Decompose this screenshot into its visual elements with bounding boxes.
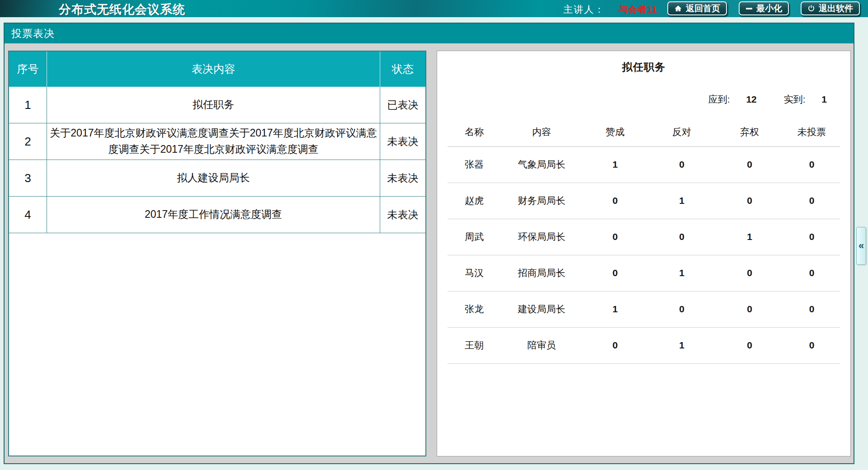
detail-column-header: 内容 xyxy=(501,118,582,146)
section-header: 投票表决 xyxy=(5,24,854,43)
presenter-label: 主讲人： xyxy=(563,3,605,16)
vote-count: 0 xyxy=(582,255,648,291)
vote-count: 0 xyxy=(783,255,840,291)
expected-value: 12 xyxy=(746,94,756,104)
power-icon xyxy=(807,5,815,12)
detail-column-header: 弃权 xyxy=(716,118,783,146)
home-button[interactable]: 返回首页 xyxy=(667,1,727,15)
detail-table-row: 张龙建设局局长1000 xyxy=(448,291,840,327)
vote-count: 0 xyxy=(783,183,840,219)
actual-label: 实到: xyxy=(784,94,806,104)
detail-column-header: 赞成 xyxy=(582,118,648,146)
vote-row-status: 未表决 xyxy=(380,123,425,160)
topbar-buttons: 返回首页 最小化 退出软件 xyxy=(667,1,860,15)
vote-list-panel: 序号 表决内容 状态 1拟任职务已表决2关于2017年度北京财政评议满意度调查关… xyxy=(8,51,426,456)
vote-detail-panel: 拟任职务 应到: 12 实到: 1 名称内容赞成反对弃权未投票 张器气象局局长1… xyxy=(437,51,851,456)
detail-column-header: 未投票 xyxy=(783,118,840,146)
section-title: 投票表决 xyxy=(11,27,55,41)
member-name: 赵虎 xyxy=(448,183,501,219)
minimize-button[interactable]: 最小化 xyxy=(739,1,789,15)
vote-row-number: 1 xyxy=(9,87,47,123)
presenter-name: 与会者11 xyxy=(618,3,657,16)
vote-count: 0 xyxy=(716,255,783,291)
member-position: 建设局局长 xyxy=(501,291,582,327)
detail-table-row: 周武环保局局长0010 xyxy=(448,219,840,255)
vote-count: 0 xyxy=(648,219,716,255)
vote-count: 0 xyxy=(783,291,840,327)
vote-list-row[interactable]: 1拟任职务已表决 xyxy=(9,87,425,123)
member-position: 招商局局长 xyxy=(501,255,582,291)
vote-count: 0 xyxy=(648,146,716,183)
vote-count: 1 xyxy=(648,183,716,219)
detail-table-row: 王朝陪审员0100 xyxy=(448,327,840,363)
member-position: 环保局局长 xyxy=(501,219,582,255)
vote-row-content: 拟人建设局局长 xyxy=(47,160,380,196)
detail-table-body: 张器气象局局长1000赵虎财务局局长0100周武环保局局长0010马汉招商局局长… xyxy=(448,146,840,363)
expected-label: 应到: xyxy=(708,94,730,104)
vote-row-number: 4 xyxy=(9,197,47,233)
vote-row-content: 2017年度工作情况满意度调查 xyxy=(47,197,380,233)
vote-row-content: 关于2017年度北京财政评议满意度调查关于2017年度北京财政评议满意度调查关于… xyxy=(47,123,380,160)
actual-value: 1 xyxy=(821,94,827,104)
vote-row-number: 2 xyxy=(9,123,47,160)
vote-count: 0 xyxy=(783,146,840,183)
exit-button[interactable]: 退出软件 xyxy=(801,1,860,15)
home-icon xyxy=(674,5,682,13)
vote-row-status: 已表决 xyxy=(380,87,425,123)
attendance-summary: 应到: 12 实到: 1 xyxy=(437,93,850,106)
member-name: 王朝 xyxy=(448,327,501,363)
detail-column-header: 名称 xyxy=(448,118,501,146)
member-name: 张器 xyxy=(448,146,501,183)
exit-button-label: 退出软件 xyxy=(819,3,853,14)
collapse-chevron-icon: « xyxy=(859,240,864,252)
column-header-number: 序号 xyxy=(9,52,47,87)
vote-count: 0 xyxy=(582,219,648,255)
vote-row-content: 拟任职务 xyxy=(47,87,380,123)
vote-count: 1 xyxy=(648,327,716,363)
vote-count: 1 xyxy=(582,291,648,327)
vote-row-status: 未表决 xyxy=(380,160,425,196)
vote-count: 1 xyxy=(648,255,716,291)
detail-table-row: 赵虎财务局局长0100 xyxy=(448,183,840,219)
collapse-panel-tab[interactable]: « xyxy=(856,227,866,265)
vote-count: 0 xyxy=(716,327,783,363)
vote-count: 0 xyxy=(648,291,716,327)
detail-title: 拟任职务 xyxy=(437,60,850,74)
vote-count: 0 xyxy=(783,219,840,255)
vote-count: 1 xyxy=(582,146,648,183)
detail-column-header: 反对 xyxy=(648,118,716,146)
member-position: 气象局局长 xyxy=(501,146,582,183)
detail-table-row: 马汉招商局局长0100 xyxy=(448,255,840,291)
column-header-content: 表决内容 xyxy=(47,52,380,87)
vote-count: 0 xyxy=(582,183,648,219)
vote-count: 0 xyxy=(716,291,783,327)
vote-count: 0 xyxy=(716,146,783,183)
column-header-status: 状态 xyxy=(380,52,425,87)
member-name: 周武 xyxy=(448,219,501,255)
member-position: 财务局局长 xyxy=(501,183,582,219)
vote-count: 1 xyxy=(716,219,783,255)
topbar: 分布式无纸化会议系统 主讲人： 与会者11 返回首页 最小化 退出软件 xyxy=(0,0,868,17)
member-name: 张龙 xyxy=(448,291,501,327)
vote-list-row[interactable]: 3拟人建设局局长未表决 xyxy=(9,160,425,197)
vote-row-status: 未表决 xyxy=(380,197,425,233)
member-name: 马汉 xyxy=(448,255,501,291)
detail-table-row: 张器气象局局长1000 xyxy=(448,146,840,183)
minimize-icon xyxy=(745,5,753,12)
vote-list-body: 1拟任职务已表决2关于2017年度北京财政评议满意度调查关于2017年度北京财政… xyxy=(9,87,425,233)
app-title: 分布式无纸化会议系统 xyxy=(59,1,185,18)
vote-row-number: 3 xyxy=(9,160,47,196)
vote-list-row[interactable]: 2关于2017年度北京财政评议满意度调查关于2017年度北京财政评议满意度调查关… xyxy=(9,123,425,160)
vote-list-row[interactable]: 42017年度工作情况满意度调查未表决 xyxy=(9,197,425,233)
vote-count: 0 xyxy=(582,327,648,363)
vote-list-header: 序号 表决内容 状态 xyxy=(9,52,425,87)
detail-table: 名称内容赞成反对弃权未投票 张器气象局局长1000赵虎财务局局长0100周武环保… xyxy=(448,118,840,364)
main-container: 投票表决 序号 表决内容 状态 1拟任职务已表决2关于2017年度北京财政评议满… xyxy=(4,23,854,464)
minimize-button-label: 最小化 xyxy=(756,3,782,14)
detail-table-header-row: 名称内容赞成反对弃权未投票 xyxy=(448,118,840,146)
vote-count: 0 xyxy=(783,327,840,363)
vote-count: 0 xyxy=(716,183,783,219)
home-button-label: 返回首页 xyxy=(686,3,720,14)
member-position: 陪审员 xyxy=(501,327,582,363)
